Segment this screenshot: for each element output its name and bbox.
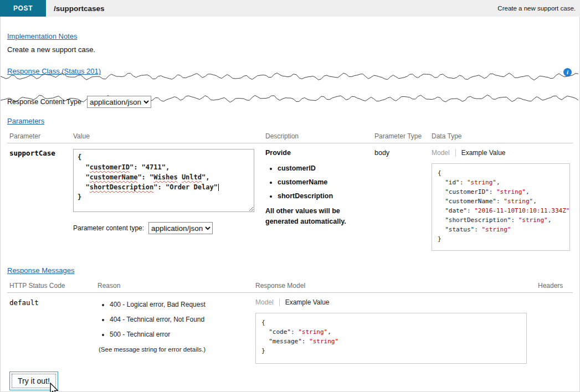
col-value: Value: [73, 132, 265, 140]
parameter-value-cell: { "customerID": "4711", "customerName": …: [73, 149, 265, 251]
data-type-cell: Model Example Value { "id": "string", "c…: [432, 149, 573, 251]
implementation-notes-section: Implementation Notes Create a new suppor…: [1, 17, 579, 54]
parameter-content-type-row: Parameter content type: application/json: [73, 222, 265, 234]
parameter-row: supportCase { "customerID": "4711", "cus…: [7, 143, 573, 251]
description-note: All other values will be generated autom…: [265, 206, 360, 228]
mouse-cursor-icon: [47, 383, 59, 392]
response-model-tabs: Model Example Value: [255, 298, 527, 306]
torn-region: Response Class (Status 201) i Response C…: [1, 54, 579, 116]
tab-model[interactable]: Model: [432, 149, 456, 157]
implementation-notes-link[interactable]: Implementation Notes: [7, 32, 77, 40]
response-content-type-select[interactable]: application/json: [87, 96, 151, 108]
operation-panel: Implementation Notes Create a new suppor…: [0, 17, 580, 392]
description-item: customerName: [278, 178, 358, 186]
parameters-section: Parameters Parameter Value Description P…: [7, 116, 573, 251]
implementation-notes-text: Create a new support case.: [7, 45, 573, 54]
response-reason-cell: 400 - Logical error, Bad Request 404 - T…: [97, 298, 255, 364]
col-parameter: Parameter: [7, 132, 73, 140]
parameter-content-type-label: Parameter content type:: [73, 224, 144, 232]
col-reason: Reason: [97, 282, 255, 290]
reason-list: 400 - Logical error, Bad Request 404 - T…: [97, 301, 255, 338]
http-method-badge[interactable]: POST: [0, 0, 46, 17]
col-data-type: Data Type: [432, 132, 573, 140]
endpoint-path[interactable]: /supportcases: [54, 4, 105, 13]
col-response-model: Response Model: [255, 282, 527, 290]
col-parameter-type: Parameter Type: [374, 132, 432, 140]
model-example-tabs: Model Example Value: [432, 149, 573, 157]
parameter-description-cell: Provide customerID customerName shortDes…: [265, 149, 374, 251]
col-http-status-code: HTTP Status Code: [7, 282, 97, 290]
reason-item: 400 - Logical error, Bad Request: [110, 301, 255, 308]
description-intro: Provide: [265, 149, 358, 157]
tab-example-value[interactable]: Example Value: [456, 149, 506, 157]
response-example-code: { "code": "string", "message": "string" …: [255, 313, 527, 364]
description-list: customerID customerName shortDescription: [265, 164, 358, 200]
tab-example-value[interactable]: Example Value: [280, 298, 330, 306]
info-icon[interactable]: i: [563, 68, 572, 76]
col-headers: Headers: [527, 282, 573, 290]
tab-model[interactable]: Model: [255, 298, 280, 306]
reason-item: 500 - Technical error: [110, 331, 255, 338]
example-value-code: { "id": "string", "customerID": "string"…: [432, 163, 570, 251]
parameters-table-header: Parameter Value Description Parameter Ty…: [7, 132, 573, 143]
endpoint-header: POST /supportcases Create a new support …: [0, 0, 580, 17]
parameter-name: supportCase: [7, 149, 73, 251]
parameters-link[interactable]: Parameters: [7, 117, 44, 125]
response-content-type-label: Response Content Type: [7, 98, 81, 106]
response-messages-link[interactable]: Response Messages: [7, 266, 74, 275]
response-messages-section: Response Messages HTTP Status Code Reaso…: [7, 265, 573, 364]
response-model-cell: Model Example Value { "code": "string", …: [255, 298, 527, 364]
description-item: shortDescription: [278, 192, 358, 200]
response-headers-cell: [527, 298, 573, 364]
response-class-link[interactable]: Response Class (Status 201): [7, 67, 101, 75]
reason-item: 404 - Technical error, Not Found: [110, 316, 255, 323]
responses-table-header: HTTP Status Code Reason Response Model H…: [7, 282, 573, 293]
actions-bar: Try it out!: [9, 372, 573, 392]
parameter-content-type-select[interactable]: application/json: [148, 222, 213, 234]
parameter-type-value: body: [374, 149, 432, 251]
col-description: Description: [265, 132, 374, 140]
response-content-type-row: Response Content Type application/json: [7, 96, 151, 108]
reason-note: (See message string for error details.): [97, 346, 255, 353]
endpoint-summary: Create a new support case.: [497, 5, 576, 12]
response-status-code: default: [7, 298, 97, 364]
description-item: customerID: [278, 164, 358, 172]
param-value-editor[interactable]: { "customerID": "4711", "customerName": …: [73, 149, 254, 212]
response-row: default 400 - Logical error, Bad Request…: [7, 293, 573, 364]
